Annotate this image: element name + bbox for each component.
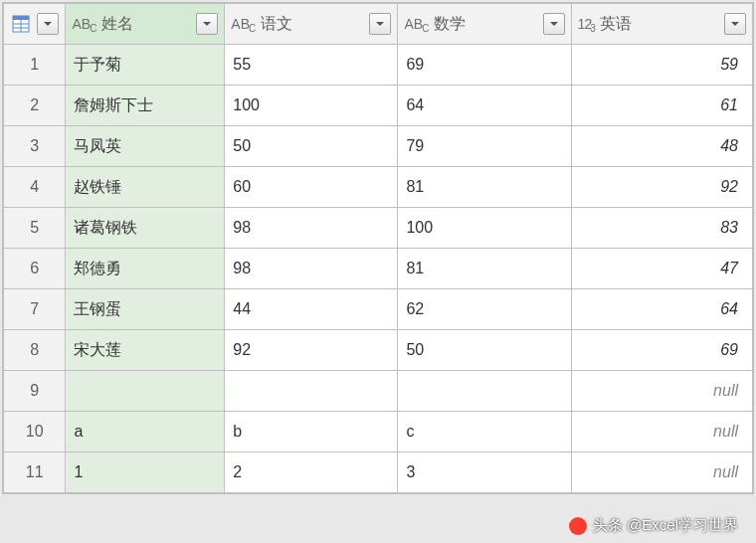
row-number[interactable]: 1: [4, 45, 66, 86]
svg-rect-1: [13, 16, 29, 20]
cell-math[interactable]: 100: [398, 208, 571, 249]
row-number[interactable]: 11: [4, 452, 66, 493]
table-row[interactable]: 4赵铁锤608192: [4, 167, 753, 208]
cell-chinese[interactable]: 60: [225, 167, 398, 208]
cell-name[interactable]: 诸葛钢铁: [66, 208, 225, 249]
query-table: ABC 姓名 ABC 语文 ABC 数学 123 英语 1于予菊5569592詹…: [2, 2, 754, 494]
row-number[interactable]: 10: [4, 412, 66, 452]
cell-english[interactable]: 61: [571, 86, 752, 126]
cell-chinese[interactable]: 55: [225, 45, 398, 86]
text-type-icon: ABC: [231, 16, 257, 32]
number-type-icon: 123: [578, 16, 596, 32]
cell-chinese[interactable]: b: [225, 412, 398, 452]
cell-math[interactable]: 3: [398, 452, 571, 493]
cell-math[interactable]: 81: [398, 249, 571, 289]
cell-math[interactable]: [398, 371, 571, 412]
row-number[interactable]: 7: [4, 289, 66, 330]
table-row[interactable]: 5诸葛钢铁9810083: [4, 208, 753, 249]
cell-name[interactable]: 马凤英: [66, 126, 225, 167]
cell-math[interactable]: 64: [398, 86, 571, 126]
cell-name[interactable]: 王钢蛋: [66, 289, 225, 330]
table-row[interactable]: 9null: [4, 371, 753, 412]
cell-name[interactable]: a: [66, 412, 225, 452]
table-row[interactable]: 8宋大莲925069: [4, 330, 753, 371]
cell-chinese[interactable]: 98: [225, 208, 398, 249]
cell-english[interactable]: 64: [571, 289, 752, 330]
header-math-label: 数学: [434, 14, 466, 35]
rownum-dropdown[interactable]: [37, 13, 59, 35]
table-row[interactable]: 2詹姆斯下士1006461: [4, 86, 753, 126]
header-english[interactable]: 123 英语: [571, 4, 752, 45]
table-row[interactable]: 10abcnull: [4, 412, 753, 452]
row-number[interactable]: 8: [4, 330, 66, 371]
cell-name[interactable]: 1: [66, 452, 225, 493]
watermark-icon: [569, 517, 587, 535]
cell-chinese[interactable]: [225, 371, 398, 412]
cell-english[interactable]: 69: [571, 330, 752, 371]
table-row[interactable]: 3马凤英507948: [4, 126, 753, 167]
table-menu-icon[interactable]: [10, 13, 32, 35]
cell-chinese[interactable]: 2: [225, 452, 398, 493]
cell-chinese[interactable]: 98: [225, 249, 398, 289]
cell-math[interactable]: 62: [398, 289, 571, 330]
name-dropdown[interactable]: [196, 13, 218, 35]
cell-math[interactable]: c: [398, 412, 571, 452]
cell-english[interactable]: 48: [571, 126, 752, 167]
text-type-icon: ABC: [72, 16, 97, 32]
cell-english[interactable]: null: [571, 412, 752, 452]
math-dropdown[interactable]: [543, 13, 565, 35]
english-dropdown[interactable]: [724, 13, 746, 35]
cell-chinese[interactable]: 92: [225, 330, 398, 371]
cell-name[interactable]: 赵铁锤: [66, 167, 225, 208]
header-chinese[interactable]: ABC 语文: [225, 4, 398, 45]
header-row: ABC 姓名 ABC 语文 ABC 数学 123 英语: [4, 4, 753, 45]
cell-name[interactable]: [66, 371, 225, 412]
table-row[interactable]: 6郑德勇988147: [4, 249, 753, 289]
cell-math[interactable]: 81: [398, 167, 571, 208]
row-number[interactable]: 3: [4, 126, 66, 167]
cell-english[interactable]: 83: [571, 208, 752, 249]
cell-name[interactable]: 于予菊: [66, 45, 225, 86]
cell-name[interactable]: 詹姆斯下士: [66, 86, 225, 126]
cell-math[interactable]: 50: [398, 330, 571, 371]
cell-english[interactable]: 59: [571, 45, 752, 86]
header-name[interactable]: ABC 姓名: [66, 4, 225, 45]
cell-english[interactable]: 92: [571, 167, 752, 208]
cell-chinese[interactable]: 100: [225, 86, 398, 126]
watermark-text: 头条 @Excel学习世界: [593, 516, 738, 535]
header-name-label: 姓名: [101, 14, 133, 35]
watermark: 头条 @Excel学习世界: [569, 516, 738, 535]
row-number[interactable]: 6: [4, 249, 66, 289]
chinese-dropdown[interactable]: [369, 13, 391, 35]
cell-english[interactable]: null: [571, 452, 752, 493]
header-math[interactable]: ABC 数学: [398, 4, 571, 45]
row-number[interactable]: 5: [4, 208, 66, 249]
row-number[interactable]: 4: [4, 167, 66, 208]
cell-english[interactable]: 47: [571, 249, 752, 289]
row-number[interactable]: 2: [4, 86, 66, 126]
table-row[interactable]: 11123null: [4, 452, 753, 493]
cell-math[interactable]: 69: [398, 45, 571, 86]
cell-chinese[interactable]: 44: [225, 289, 398, 330]
cell-chinese[interactable]: 50: [225, 126, 398, 167]
cell-english[interactable]: null: [571, 371, 752, 412]
header-english-label: 英语: [600, 14, 632, 35]
cell-math[interactable]: 79: [398, 126, 571, 167]
header-rownum[interactable]: [4, 4, 66, 45]
row-number[interactable]: 9: [4, 371, 66, 412]
cell-name[interactable]: 郑德勇: [66, 249, 225, 289]
table-row[interactable]: 1于予菊556959: [4, 45, 753, 86]
text-type-icon: ABC: [404, 16, 430, 32]
cell-name[interactable]: 宋大莲: [66, 330, 225, 371]
table-row[interactable]: 7王钢蛋446264: [4, 289, 753, 330]
header-chinese-label: 语文: [261, 14, 292, 35]
